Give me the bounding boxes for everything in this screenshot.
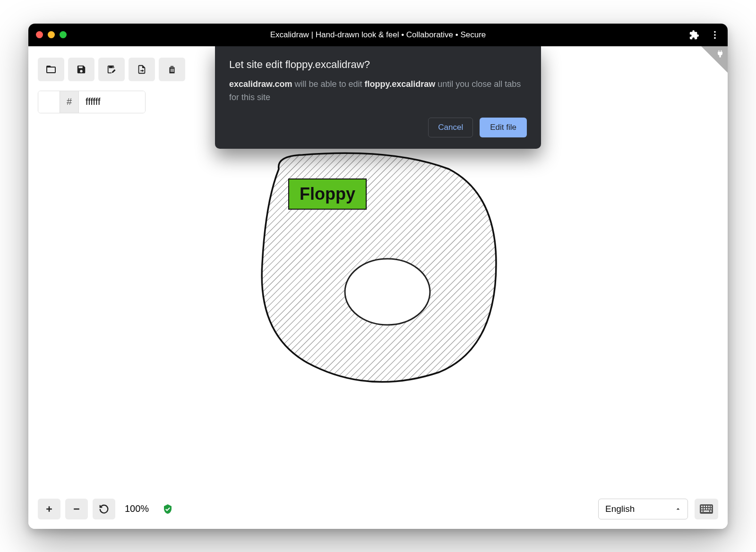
edit-file-button[interactable]: Edit file bbox=[480, 118, 527, 137]
svg-rect-13 bbox=[704, 508, 705, 510]
dialog-site: excalidraw.com bbox=[229, 79, 292, 89]
svg-point-2 bbox=[714, 37, 716, 39]
color-hex-input[interactable] bbox=[79, 91, 145, 113]
drawing-label[interactable]: Floppy bbox=[288, 178, 367, 210]
close-window-button[interactable] bbox=[36, 31, 43, 38]
dialog-filename: floppy.excalidraw bbox=[365, 79, 436, 89]
dialog-title: Let site edit floppy.excalidraw? bbox=[229, 59, 527, 71]
zoom-out-button[interactable] bbox=[65, 499, 88, 519]
zoom-reset-button[interactable] bbox=[93, 499, 115, 519]
language-selected-label: English bbox=[605, 504, 635, 514]
zoom-controls: 100% bbox=[38, 499, 173, 519]
hash-label: # bbox=[60, 91, 79, 113]
background-color-picker: # bbox=[38, 91, 146, 113]
kebab-menu-icon[interactable] bbox=[710, 30, 720, 40]
maximize-window-button[interactable] bbox=[60, 31, 67, 38]
plug-icon bbox=[715, 49, 725, 59]
minimize-window-button[interactable] bbox=[48, 31, 55, 38]
svg-rect-16 bbox=[711, 508, 712, 510]
app-window: Excalidraw | Hand-drawn look & feel • Co… bbox=[28, 24, 728, 529]
color-swatch[interactable] bbox=[38, 91, 60, 113]
window-controls bbox=[36, 31, 67, 38]
svg-point-5 bbox=[345, 259, 430, 325]
language-select[interactable]: English bbox=[598, 499, 688, 519]
zoom-in-button[interactable] bbox=[38, 499, 60, 519]
svg-rect-12 bbox=[701, 508, 703, 510]
svg-rect-7 bbox=[701, 506, 703, 507]
titlebar: Excalidraw | Hand-drawn look & feel • Co… bbox=[28, 24, 728, 46]
permission-dialog: Let site edit floppy.excalidraw? excalid… bbox=[215, 46, 541, 149]
svg-rect-19 bbox=[710, 510, 712, 512]
svg-rect-14 bbox=[706, 508, 707, 510]
svg-rect-11 bbox=[711, 506, 712, 507]
keyboard-shortcuts-button[interactable] bbox=[695, 499, 718, 519]
svg-rect-15 bbox=[708, 508, 710, 510]
cancel-button[interactable]: Cancel bbox=[428, 118, 473, 137]
canvas-drawing[interactable]: Floppy bbox=[250, 150, 506, 386]
extensions-icon[interactable] bbox=[689, 30, 699, 40]
clear-canvas-button[interactable] bbox=[159, 58, 185, 81]
svg-point-0 bbox=[714, 31, 716, 33]
open-button[interactable] bbox=[38, 58, 64, 81]
bottom-right-controls: English bbox=[598, 499, 718, 519]
dialog-body: excalidraw.com will be able to edit flop… bbox=[229, 77, 527, 105]
export-button[interactable] bbox=[129, 58, 155, 81]
window-title: Excalidraw | Hand-drawn look & feel • Co… bbox=[270, 30, 486, 40]
dialog-actions: Cancel Edit file bbox=[229, 118, 527, 137]
save-button[interactable] bbox=[68, 58, 94, 81]
shield-icon[interactable] bbox=[162, 503, 173, 515]
svg-rect-17 bbox=[701, 510, 703, 512]
svg-rect-18 bbox=[704, 510, 709, 512]
svg-rect-9 bbox=[706, 506, 707, 507]
svg-rect-8 bbox=[704, 506, 705, 507]
zoom-percent-label[interactable]: 100% bbox=[120, 503, 154, 514]
save-as-button[interactable] bbox=[98, 58, 125, 81]
svg-point-1 bbox=[714, 34, 716, 36]
svg-rect-10 bbox=[708, 506, 710, 507]
file-toolbar bbox=[38, 58, 185, 81]
chevron-up-icon bbox=[674, 505, 682, 513]
